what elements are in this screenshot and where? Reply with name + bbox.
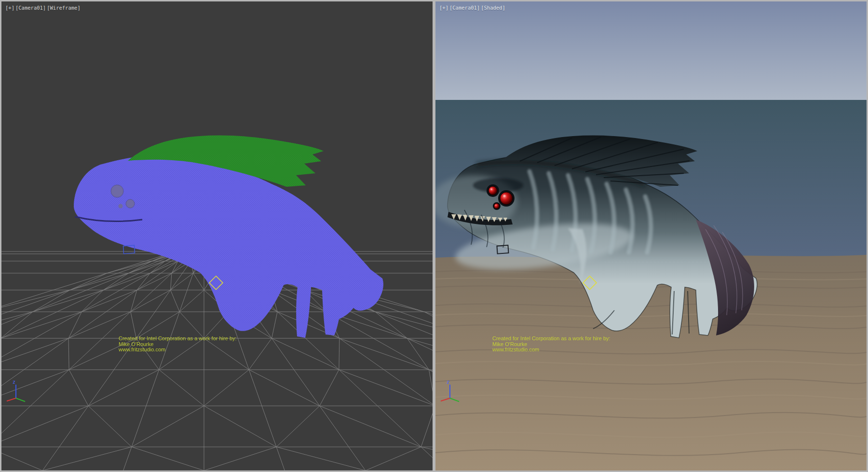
axis-x-icon — [7, 398, 16, 401]
wireframe-scene — [1, 1, 433, 471]
axis-z-label: z — [447, 379, 449, 385]
axis-y-icon — [450, 398, 459, 402]
viewport-menu-shading[interactable]: [Shaded] — [481, 5, 505, 11]
watermark: Created for Intel Corporation as a work … — [119, 336, 237, 353]
viewport-wireframe[interactable]: [+] [Camera01] [Wireframe] Created for I… — [1, 1, 433, 471]
viewport-shaded[interactable]: [+] [Camera01] [Shaded] Created for Inte… — [435, 1, 867, 471]
viewport-menu-camera[interactable]: [Camera01] — [449, 5, 480, 11]
watermark-line1: Created for Intel Corporation as a work … — [119, 336, 237, 342]
watermark: Created for Intel Corporation as a work … — [492, 336, 610, 353]
axis-z-label: z — [13, 379, 15, 385]
viewport-menu-general[interactable]: [+] — [5, 5, 14, 11]
fish-eye — [111, 185, 123, 197]
axis-gizmo: z — [438, 378, 464, 404]
viewport-label: [+] [Camera01] [Wireframe] — [5, 5, 81, 11]
viewport-menu-shading[interactable]: [Wireframe] — [47, 5, 81, 11]
axis-gizmo: z — [4, 378, 30, 404]
sky — [435, 1, 867, 101]
watermark-line3: www.fritzstudio.com — [492, 347, 610, 353]
watermark-line1: Created for Intel Corporation as a work … — [492, 336, 610, 342]
fish-eye — [126, 199, 135, 208]
axis-y-icon — [16, 398, 25, 402]
shaded-scene — [435, 1, 867, 471]
dual-viewport-stage: [+] [Camera01] [Wireframe] Created for I… — [0, 0, 868, 472]
watermark-line3: www.fritzstudio.com — [119, 347, 237, 353]
viewport-label: [+] [Camera01] [Shaded] — [439, 5, 505, 11]
fish-eye — [119, 204, 123, 208]
viewport-menu-general[interactable]: [+] — [439, 5, 448, 11]
viewport-menu-camera[interactable]: [Camera01] — [15, 5, 46, 11]
axis-x-icon — [441, 398, 450, 401]
